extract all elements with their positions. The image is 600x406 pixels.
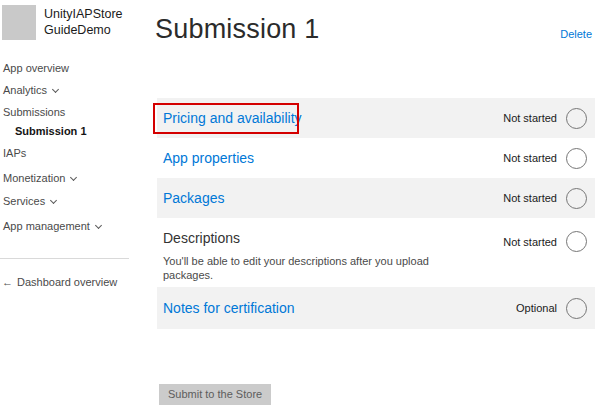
sidebar-divider	[0, 258, 129, 259]
checklist-row-app-properties[interactable]: App properties Not started	[157, 138, 595, 178]
submission-checklist: Pricing and availability Not started App…	[157, 98, 595, 329]
back-arrow-icon: ←	[2, 276, 13, 288]
status-circle-icon	[566, 298, 587, 319]
sidebar-item-submissions[interactable]: Submissions	[3, 106, 65, 118]
sidebar-item-label: IAPs	[3, 147, 26, 159]
sidebar-item-label: Services	[3, 195, 45, 207]
checklist-row-notes-certification[interactable]: Notes for certification Optional	[157, 287, 595, 329]
notes-for-certification-link[interactable]: Notes for certification	[163, 300, 295, 316]
sidebar: UnityIAPStore GuideDemo App overview Ana…	[0, 0, 145, 406]
status-circle-icon	[566, 108, 587, 129]
status-label: Not started	[503, 112, 557, 124]
sidebar-item-label: Submission 1	[15, 125, 87, 137]
status-group: Not started	[503, 231, 587, 252]
status-label: Not started	[503, 192, 557, 204]
status-group: Not started	[503, 188, 587, 209]
descriptions-title: Descriptions	[163, 230, 453, 246]
checklist-row-packages[interactable]: Packages Not started	[157, 178, 595, 218]
status-label: Optional	[516, 302, 557, 314]
sidebar-item-analytics[interactable]: Analytics	[3, 84, 58, 96]
app-properties-link[interactable]: App properties	[163, 150, 254, 166]
sidebar-item-app-overview[interactable]: App overview	[3, 62, 69, 74]
app-submission-page: UnityIAPStore GuideDemo App overview Ana…	[0, 0, 600, 406]
delete-link[interactable]: Delete	[560, 28, 592, 40]
chevron-down-icon	[95, 222, 102, 229]
app-icon	[2, 5, 36, 40]
checklist-row-pricing[interactable]: Pricing and availability Not started	[157, 98, 595, 138]
chevron-down-icon	[50, 197, 57, 204]
packages-link[interactable]: Packages	[163, 190, 224, 206]
checklist-row-descriptions: Descriptions You'll be able to edit your…	[157, 218, 595, 287]
sidebar-item-label: App management	[3, 220, 90, 232]
sidebar-item-app-management[interactable]: App management	[3, 220, 101, 232]
sidebar-item-dashboard-overview[interactable]: ←Dashboard overview	[2, 276, 117, 288]
status-circle-icon	[566, 188, 587, 209]
status-group: Not started	[503, 148, 587, 169]
status-group: Optional	[516, 298, 587, 319]
sidebar-item-label: Dashboard overview	[17, 276, 117, 288]
status-label: Not started	[503, 236, 557, 248]
status-label: Not started	[503, 152, 557, 164]
sidebar-item-iaps[interactable]: IAPs	[3, 147, 26, 159]
sidebar-item-monetization[interactable]: Monetization	[3, 172, 76, 184]
sidebar-item-submission-1[interactable]: Submission 1	[15, 125, 87, 137]
status-group: Not started	[503, 108, 587, 129]
page-title: Submission 1	[155, 14, 319, 45]
chevron-down-icon	[70, 174, 77, 181]
sidebar-item-label: Monetization	[3, 172, 65, 184]
sidebar-item-label: Analytics	[3, 84, 47, 96]
submit-to-store-button[interactable]: Submit to the Store	[159, 384, 271, 405]
pricing-and-availability-link[interactable]: Pricing and availability	[163, 110, 302, 126]
chevron-down-icon	[52, 86, 59, 93]
status-circle-icon	[566, 231, 587, 252]
descriptions-helper-text: You'll be able to edit your descriptions…	[163, 254, 453, 282]
app-name: UnityIAPStore GuideDemo	[44, 6, 139, 38]
sidebar-item-services[interactable]: Services	[3, 195, 56, 207]
status-circle-icon	[566, 148, 587, 169]
sidebar-item-label: App overview	[3, 62, 69, 74]
sidebar-item-label: Submissions	[3, 106, 65, 118]
